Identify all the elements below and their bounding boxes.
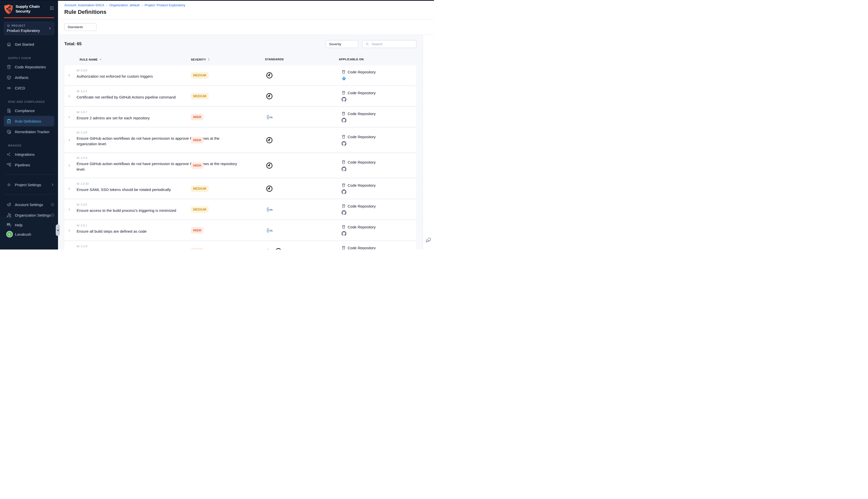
sidebar-item-rule-definitions[interactable]: Rule Definitions: [4, 116, 54, 126]
severity-badge: MEDIUM: [191, 185, 209, 192]
rule-id: Id: 2.3.1: [77, 224, 87, 227]
table-row[interactable]: Id: 1.2.8 Ensure GitHub action workflows…: [64, 128, 417, 152]
applicable-on-cell: Code Repository: [341, 90, 376, 95]
sidebar-item-help[interactable]: ? Help: [6, 222, 58, 228]
standards-icons: CIS.: [266, 227, 273, 234]
svg-text:CIS.: CIS.: [269, 208, 273, 211]
cis-standard-icon: CIS.: [266, 248, 273, 250]
rule-id: Id: 2.3.5: [77, 203, 87, 206]
sidebar-item-ci-cd[interactable]: CI/CD: [0, 83, 58, 93]
table-row[interactable]: Id: 2.3.9 Authorization not enforced for…: [64, 65, 417, 85]
sidebar-item-remediation-tracker[interactable]: Remediation Tracker: [0, 126, 58, 137]
severity-filter-dropdown[interactable]: Severity: [326, 40, 358, 48]
standards-icons: [266, 162, 273, 169]
table-row[interactable]: Id: 2.3.5 Ensure access to the build pro…: [64, 199, 417, 219]
code-repository-icon: [341, 111, 346, 116]
severity-badge: HIGH: [191, 227, 203, 234]
table-row[interactable]: Id: 1.3.10 Ensure SAML SSO tokens should…: [64, 179, 417, 198]
breadcrumb-separator: ›: [104, 3, 109, 7]
module-switcher-grid-icon[interactable]: [49, 6, 54, 10]
standards-icons: [266, 137, 273, 144]
support-chat-icon[interactable]: [425, 236, 432, 243]
applicable-on-label: Code Repository: [348, 246, 376, 250]
compliance-icon: [6, 108, 12, 113]
rule-id: Id: 1.2.9: [77, 156, 87, 159]
pipelines-icon: [6, 162, 12, 168]
sidebar-item-compliance[interactable]: Compliance: [0, 105, 58, 116]
code-repository-icon: [341, 134, 346, 139]
owasp-standard-icon: [266, 162, 273, 169]
expand-chevron-icon[interactable]: [67, 187, 71, 191]
cicd-icon: [6, 85, 12, 91]
column-header-standards: STANDARDS: [265, 58, 284, 61]
help-chat-icon: ?: [6, 222, 12, 228]
expand-chevron-icon[interactable]: [67, 163, 71, 167]
breadcrumb-account[interactable]: Account: Automation-SSCA: [64, 3, 104, 7]
sidebar-section-label: MANAGE: [0, 137, 58, 149]
rule-id: Id: 1.3.7: [77, 111, 87, 113]
expand-chevron-icon[interactable]: [67, 115, 71, 119]
table-row[interactable]: Id: 2.1.2 Certificate not verified by Gi…: [64, 86, 417, 106]
expand-chevron-icon[interactable]: [67, 138, 71, 142]
table-row[interactable]: Id: 1.1.9 HIGH CIS. Code Repository: [64, 241, 417, 250]
github-icon: [342, 231, 346, 236]
artifacts-icon: [6, 75, 12, 80]
applicable-on-cell: Code Repository: [341, 134, 376, 139]
sidebar-collapse-handle[interactable]: ◀: [56, 224, 60, 236]
table-row[interactable]: Id: 2.3.1 Ensure all build steps are def…: [64, 220, 417, 240]
applicable-on-cell: Code Repository: [341, 70, 376, 74]
rule-id: Id: 2.1.2: [77, 90, 87, 93]
chevron-right-icon: [50, 183, 54, 187]
expand-chevron-icon[interactable]: [67, 249, 71, 250]
sidebar-item-artifacts[interactable]: Artifacts: [0, 72, 58, 83]
cis-standard-icon: CIS.: [266, 227, 273, 234]
table-row[interactable]: Id: 1.3.7 Ensure 2 admins are set for ea…: [64, 107, 417, 127]
breadcrumb: Account: Automation-SSCA›Organization: d…: [64, 0, 434, 7]
app-window: Supply Chain Security PROJECT: [0, 0, 434, 250]
search-icon: [365, 42, 369, 46]
column-header-rule-name[interactable]: RULE NAME: [79, 58, 102, 61]
info-icon[interactable]: [51, 213, 55, 217]
sidebar-item-account-settings[interactable]: Account Settings: [0, 199, 58, 210]
expand-chevron-icon[interactable]: [67, 208, 71, 211]
github-icon: [342, 141, 346, 146]
user-name: Lavakush: [15, 232, 31, 236]
expand-chevron-icon[interactable]: [67, 94, 71, 98]
rule-name: Ensure all build steps are defined as co…: [77, 229, 237, 234]
applicable-on-label: Code Repository: [348, 183, 376, 187]
sidebar-item-code-repositories[interactable]: Code Repositories: [0, 62, 58, 72]
sidebar-bottom: ? Help L Lavakush: [0, 218, 58, 250]
search-input[interactable]: [371, 42, 413, 46]
expand-chevron-icon[interactable]: [67, 73, 71, 77]
sidebar-item-integrations[interactable]: Integrations: [0, 149, 58, 160]
code-repository-icon: [341, 160, 346, 164]
rule-name: Ensure access to the build process's tri…: [77, 208, 237, 213]
top-edge-strip: [0, 0, 434, 1]
sidebar-item-project-settings[interactable]: Project Settings: [0, 179, 58, 190]
code-repository-icon: [341, 204, 346, 208]
breadcrumb-project[interactable]: Project: Product Exploratory: [145, 3, 185, 7]
breadcrumb-organization[interactable]: Organization: default: [109, 3, 139, 7]
column-header-severity[interactable]: SEVERITY: [191, 58, 210, 61]
github-icon: [342, 190, 346, 194]
sidebar-header: Supply Chain Security: [0, 0, 58, 15]
sidebar: Supply Chain Security PROJECT: [0, 0, 58, 250]
rule-name: Ensure GitHub action workflows do not ha…: [77, 161, 237, 172]
expand-chevron-icon[interactable]: [67, 228, 71, 232]
table-row[interactable]: Id: 1.2.9 Ensure GitHub action workflows…: [64, 153, 417, 178]
search-box[interactable]: [362, 40, 417, 48]
rule-name: Ensure GitHub action workflows do not ha…: [77, 136, 237, 147]
cis-standard-icon: CIS.: [266, 206, 273, 213]
applicable-on-label: Code Repository: [348, 91, 376, 95]
project-selector[interactable]: PROJECT Product Exploratory: [4, 22, 54, 35]
table-panel: Total: 65 Severity RULE NAME: [58, 35, 423, 250]
standards-icons: CIS.: [266, 206, 273, 213]
applicable-on-cell: Code Repository: [341, 224, 376, 229]
sidebar-item-get-started[interactable]: Get Started: [0, 39, 58, 49]
sidebar-item-user[interactable]: L Lavakush: [6, 231, 58, 238]
standards-filter-dropdown[interactable]: Standards: [64, 23, 97, 31]
sidebar-item-pipelines[interactable]: Pipelines: [0, 160, 58, 170]
info-icon[interactable]: [50, 203, 54, 207]
owasp-standard-icon: [266, 137, 273, 144]
applicable-on-cell: Code Repository: [341, 245, 376, 250]
